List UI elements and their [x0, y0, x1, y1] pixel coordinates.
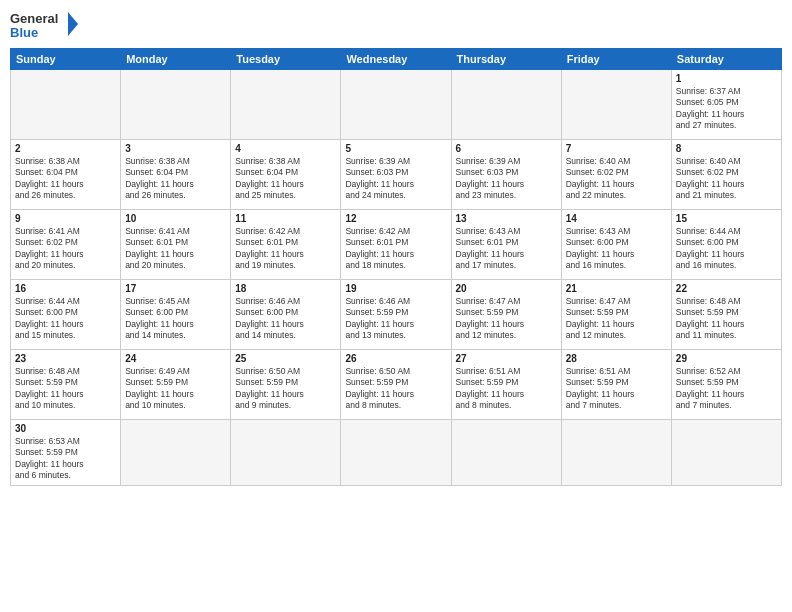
day-info: Sunrise: 6:45 AM Sunset: 6:00 PM Dayligh… — [125, 296, 226, 342]
day-number: 16 — [15, 283, 116, 294]
day-cell: 25Sunrise: 6:50 AM Sunset: 5:59 PM Dayli… — [231, 350, 341, 420]
day-number: 10 — [125, 213, 226, 224]
day-info: Sunrise: 6:48 AM Sunset: 5:59 PM Dayligh… — [15, 366, 116, 412]
day-number: 29 — [676, 353, 777, 364]
day-number: 14 — [566, 213, 667, 224]
day-cell: 28Sunrise: 6:51 AM Sunset: 5:59 PM Dayli… — [561, 350, 671, 420]
day-cell: 23Sunrise: 6:48 AM Sunset: 5:59 PM Dayli… — [11, 350, 121, 420]
weekday-header-friday: Friday — [561, 49, 671, 70]
day-cell — [671, 420, 781, 486]
day-cell — [121, 420, 231, 486]
day-info: Sunrise: 6:52 AM Sunset: 5:59 PM Dayligh… — [676, 366, 777, 412]
logo: GeneralBlue — [10, 10, 80, 40]
day-cell: 1Sunrise: 6:37 AM Sunset: 6:05 PM Daylig… — [671, 70, 781, 140]
week-row-3: 9Sunrise: 6:41 AM Sunset: 6:02 PM Daylig… — [11, 210, 782, 280]
day-cell — [561, 70, 671, 140]
day-info: Sunrise: 6:43 AM Sunset: 6:00 PM Dayligh… — [566, 226, 667, 272]
day-number: 12 — [345, 213, 446, 224]
day-cell: 18Sunrise: 6:46 AM Sunset: 6:00 PM Dayli… — [231, 280, 341, 350]
week-row-2: 2Sunrise: 6:38 AM Sunset: 6:04 PM Daylig… — [11, 140, 782, 210]
day-number: 21 — [566, 283, 667, 294]
day-info: Sunrise: 6:44 AM Sunset: 6:00 PM Dayligh… — [15, 296, 116, 342]
day-number: 26 — [345, 353, 446, 364]
day-cell — [231, 420, 341, 486]
day-info: Sunrise: 6:47 AM Sunset: 5:59 PM Dayligh… — [566, 296, 667, 342]
day-number: 1 — [676, 73, 777, 84]
day-cell — [121, 70, 231, 140]
day-info: Sunrise: 6:51 AM Sunset: 5:59 PM Dayligh… — [456, 366, 557, 412]
day-cell: 30Sunrise: 6:53 AM Sunset: 5:59 PM Dayli… — [11, 420, 121, 486]
day-info: Sunrise: 6:41 AM Sunset: 6:01 PM Dayligh… — [125, 226, 226, 272]
day-cell: 12Sunrise: 6:42 AM Sunset: 6:01 PM Dayli… — [341, 210, 451, 280]
day-info: Sunrise: 6:50 AM Sunset: 5:59 PM Dayligh… — [345, 366, 446, 412]
weekday-header-row: SundayMondayTuesdayWednesdayThursdayFrid… — [11, 49, 782, 70]
day-info: Sunrise: 6:50 AM Sunset: 5:59 PM Dayligh… — [235, 366, 336, 412]
day-cell: 27Sunrise: 6:51 AM Sunset: 5:59 PM Dayli… — [451, 350, 561, 420]
weekday-header-sunday: Sunday — [11, 49, 121, 70]
day-number: 9 — [15, 213, 116, 224]
day-cell: 10Sunrise: 6:41 AM Sunset: 6:01 PM Dayli… — [121, 210, 231, 280]
day-number: 6 — [456, 143, 557, 154]
week-row-5: 23Sunrise: 6:48 AM Sunset: 5:59 PM Dayli… — [11, 350, 782, 420]
day-number: 20 — [456, 283, 557, 294]
week-row-4: 16Sunrise: 6:44 AM Sunset: 6:00 PM Dayli… — [11, 280, 782, 350]
day-cell: 21Sunrise: 6:47 AM Sunset: 5:59 PM Dayli… — [561, 280, 671, 350]
day-number: 24 — [125, 353, 226, 364]
day-number: 11 — [235, 213, 336, 224]
day-info: Sunrise: 6:38 AM Sunset: 6:04 PM Dayligh… — [125, 156, 226, 202]
weekday-header-thursday: Thursday — [451, 49, 561, 70]
day-cell — [451, 70, 561, 140]
day-cell: 19Sunrise: 6:46 AM Sunset: 5:59 PM Dayli… — [341, 280, 451, 350]
day-cell: 26Sunrise: 6:50 AM Sunset: 5:59 PM Dayli… — [341, 350, 451, 420]
day-cell — [231, 70, 341, 140]
day-info: Sunrise: 6:41 AM Sunset: 6:02 PM Dayligh… — [15, 226, 116, 272]
day-cell: 5Sunrise: 6:39 AM Sunset: 6:03 PM Daylig… — [341, 140, 451, 210]
week-row-1: 1Sunrise: 6:37 AM Sunset: 6:05 PM Daylig… — [11, 70, 782, 140]
weekday-header-monday: Monday — [121, 49, 231, 70]
day-cell: 6Sunrise: 6:39 AM Sunset: 6:03 PM Daylig… — [451, 140, 561, 210]
day-cell: 14Sunrise: 6:43 AM Sunset: 6:00 PM Dayli… — [561, 210, 671, 280]
day-number: 13 — [456, 213, 557, 224]
day-cell: 17Sunrise: 6:45 AM Sunset: 6:00 PM Dayli… — [121, 280, 231, 350]
day-number: 18 — [235, 283, 336, 294]
day-number: 23 — [15, 353, 116, 364]
day-cell: 22Sunrise: 6:48 AM Sunset: 5:59 PM Dayli… — [671, 280, 781, 350]
day-number: 2 — [15, 143, 116, 154]
day-info: Sunrise: 6:49 AM Sunset: 5:59 PM Dayligh… — [125, 366, 226, 412]
weekday-header-wednesday: Wednesday — [341, 49, 451, 70]
day-number: 17 — [125, 283, 226, 294]
day-number: 5 — [345, 143, 446, 154]
day-number: 4 — [235, 143, 336, 154]
svg-marker-2 — [68, 12, 78, 36]
day-number: 25 — [235, 353, 336, 364]
logo-icon: GeneralBlue — [10, 10, 80, 40]
day-number: 15 — [676, 213, 777, 224]
day-info: Sunrise: 6:42 AM Sunset: 6:01 PM Dayligh… — [345, 226, 446, 272]
day-info: Sunrise: 6:40 AM Sunset: 6:02 PM Dayligh… — [676, 156, 777, 202]
day-number: 7 — [566, 143, 667, 154]
day-info: Sunrise: 6:37 AM Sunset: 6:05 PM Dayligh… — [676, 86, 777, 132]
week-row-6: 30Sunrise: 6:53 AM Sunset: 5:59 PM Dayli… — [11, 420, 782, 486]
day-info: Sunrise: 6:46 AM Sunset: 6:00 PM Dayligh… — [235, 296, 336, 342]
day-info: Sunrise: 6:38 AM Sunset: 6:04 PM Dayligh… — [15, 156, 116, 202]
day-info: Sunrise: 6:44 AM Sunset: 6:00 PM Dayligh… — [676, 226, 777, 272]
day-cell — [451, 420, 561, 486]
day-info: Sunrise: 6:51 AM Sunset: 5:59 PM Dayligh… — [566, 366, 667, 412]
day-cell: 9Sunrise: 6:41 AM Sunset: 6:02 PM Daylig… — [11, 210, 121, 280]
day-info: Sunrise: 6:39 AM Sunset: 6:03 PM Dayligh… — [456, 156, 557, 202]
day-cell: 11Sunrise: 6:42 AM Sunset: 6:01 PM Dayli… — [231, 210, 341, 280]
day-cell: 29Sunrise: 6:52 AM Sunset: 5:59 PM Dayli… — [671, 350, 781, 420]
day-cell — [341, 70, 451, 140]
day-cell: 4Sunrise: 6:38 AM Sunset: 6:04 PM Daylig… — [231, 140, 341, 210]
day-info: Sunrise: 6:46 AM Sunset: 5:59 PM Dayligh… — [345, 296, 446, 342]
day-cell: 24Sunrise: 6:49 AM Sunset: 5:59 PM Dayli… — [121, 350, 231, 420]
day-number: 27 — [456, 353, 557, 364]
day-cell: 8Sunrise: 6:40 AM Sunset: 6:02 PM Daylig… — [671, 140, 781, 210]
day-info: Sunrise: 6:42 AM Sunset: 6:01 PM Dayligh… — [235, 226, 336, 272]
day-cell: 3Sunrise: 6:38 AM Sunset: 6:04 PM Daylig… — [121, 140, 231, 210]
day-cell: 7Sunrise: 6:40 AM Sunset: 6:02 PM Daylig… — [561, 140, 671, 210]
day-cell — [11, 70, 121, 140]
day-number: 28 — [566, 353, 667, 364]
weekday-header-tuesday: Tuesday — [231, 49, 341, 70]
day-cell: 15Sunrise: 6:44 AM Sunset: 6:00 PM Dayli… — [671, 210, 781, 280]
